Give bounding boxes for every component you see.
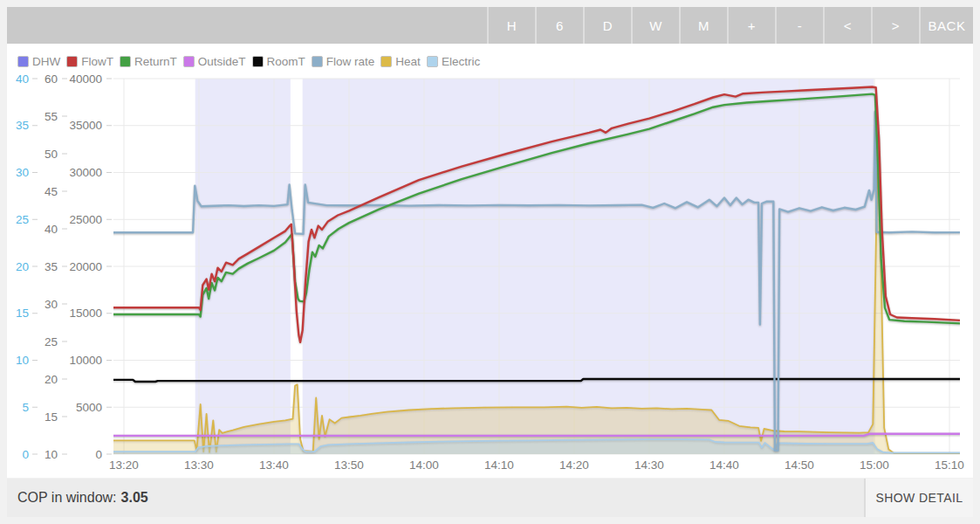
outsidet-swatch-icon xyxy=(183,56,195,67)
heat-swatch-icon xyxy=(380,56,392,67)
y-tick-label-temp: 30 xyxy=(45,298,58,311)
legend-item-roomt[interactable]: RoomT xyxy=(252,55,305,68)
x-tick-label: 15:00 xyxy=(860,458,889,472)
y-tick-label-power: 5000 xyxy=(76,401,102,414)
heat-pump-monitor-app: { "toolbar": { "buttons": ["H", "6", "D"… xyxy=(0,0,980,524)
legend-label: Flow rate xyxy=(326,55,375,68)
y-tick-label-dhw: 20 xyxy=(16,260,29,273)
toolbar-button-zoom-out[interactable]: - xyxy=(775,7,823,44)
y-tick-label-temp: 45 xyxy=(45,185,58,198)
y-tick-label-temp: 60 xyxy=(45,72,58,86)
x-tick-label: 14:00 xyxy=(409,458,439,472)
y-tick-label-power: 35000 xyxy=(69,119,102,132)
x-tick-label: 13:30 xyxy=(184,458,214,472)
y-tick-label-temp: 35 xyxy=(45,260,58,273)
legend-label: Electric xyxy=(442,55,480,68)
x-tick-label: 14:10 xyxy=(484,458,514,472)
flow-rate-swatch-icon xyxy=(312,56,323,67)
cop-label: COP in window: xyxy=(17,490,117,506)
toolbar-button-zoom-in[interactable]: + xyxy=(727,7,775,44)
y-tick-label-power: 20000 xyxy=(69,260,102,273)
toolbar-button-6h[interactable]: 6 xyxy=(535,7,583,44)
cop-value: 3.05 xyxy=(121,490,148,506)
legend-item-outsidet[interactable]: OutsideT xyxy=(183,55,246,68)
returnt-swatch-icon xyxy=(120,56,131,67)
y-tick-label-temp: 20 xyxy=(45,373,58,386)
y-tick-label-dhw: 0 xyxy=(22,448,29,461)
legend-item-electric[interactable]: Electric xyxy=(427,55,480,68)
legend-label: FlowT xyxy=(81,55,113,68)
y-tick-label-dhw: 10 xyxy=(16,354,29,367)
x-tick-label: 13:50 xyxy=(334,458,364,472)
toolbar-button-back[interactable]: BACK xyxy=(919,7,973,44)
chart-canvas[interactable]: 13:2013:3013:4013:5014:0014:1014:2014:30… xyxy=(7,44,973,478)
top-toolbar: H 6 D W M + - < > BACK xyxy=(7,7,973,44)
cop-summary: COP in window: 3.05 xyxy=(7,479,864,517)
y-tick-label-power: 0 xyxy=(95,448,102,461)
x-tick-label: 14:20 xyxy=(559,458,589,472)
legend-label: ReturnT xyxy=(134,55,177,68)
toolbar-button-month[interactable]: M xyxy=(679,7,727,44)
x-tick-label: 13:20 xyxy=(109,458,139,472)
dhw-swatch-icon xyxy=(17,56,29,67)
y-tick-label-temp: 25 xyxy=(45,335,58,348)
legend-label: RoomT xyxy=(267,55,305,68)
legend-item-returnt[interactable]: ReturnT xyxy=(120,55,177,68)
y-tick-label-dhw: 5 xyxy=(22,401,29,414)
legend-label: Heat xyxy=(395,55,421,68)
y-tick-label-power: 25000 xyxy=(69,213,102,226)
toolbar-button-day[interactable]: D xyxy=(583,7,631,44)
y-tick-label-power: 15000 xyxy=(69,307,102,320)
y-tick-label-power: 30000 xyxy=(69,166,102,179)
y-tick-label-dhw: 35 xyxy=(16,119,29,132)
legend-item-heat[interactable]: Heat xyxy=(380,55,421,68)
y-tick-label-temp: 15 xyxy=(45,410,58,424)
legend-label: OutsideT xyxy=(198,55,246,68)
legend-item-flowt[interactable]: FlowT xyxy=(66,55,113,68)
legend-item-dhw[interactable]: DHW xyxy=(17,55,60,68)
chart-legend: DHW FlowT ReturnT OutsideT RoomT Flow ra… xyxy=(17,55,486,68)
legend-label: DHW xyxy=(32,55,60,68)
y-tick-label-temp: 50 xyxy=(45,148,58,161)
y-tick-label-power: 40000 xyxy=(69,72,102,86)
legend-item-flow-rate[interactable]: Flow rate xyxy=(312,55,375,68)
flowt-swatch-icon xyxy=(66,56,78,67)
y-tick-label-temp: 55 xyxy=(45,110,58,123)
toolbar-button-hour[interactable]: H xyxy=(487,7,535,44)
x-tick-label: 14:40 xyxy=(709,458,739,472)
y-tick-label-dhw: 25 xyxy=(16,213,29,226)
x-tick-label: 13:40 xyxy=(259,458,289,472)
y-tick-label-power: 10000 xyxy=(69,354,102,367)
toolbar-button-prev[interactable]: < xyxy=(823,7,871,44)
show-detail-button[interactable]: SHOW DETAIL xyxy=(864,479,973,517)
electric-swatch-icon xyxy=(427,56,438,67)
y-tick-label-temp: 10 xyxy=(45,448,58,461)
toolbar-button-next[interactable]: > xyxy=(871,7,919,44)
y-tick-label-temp: 40 xyxy=(45,223,58,236)
toolbar-button-week[interactable]: W xyxy=(631,7,679,44)
y-tick-label-dhw: 30 xyxy=(16,166,29,179)
x-tick-label: 14:30 xyxy=(634,458,664,472)
roomt-swatch-icon xyxy=(252,56,264,67)
y-tick-label-dhw: 40 xyxy=(16,72,29,86)
x-tick-label: 15:10 xyxy=(935,458,964,472)
chart-card: DHW FlowT ReturnT OutsideT RoomT Flow ra… xyxy=(7,44,973,478)
y-tick-label-dhw: 15 xyxy=(16,307,29,320)
x-tick-label: 14:50 xyxy=(785,458,814,472)
bottom-bar: COP in window: 3.05 SHOW DETAIL xyxy=(7,479,973,517)
